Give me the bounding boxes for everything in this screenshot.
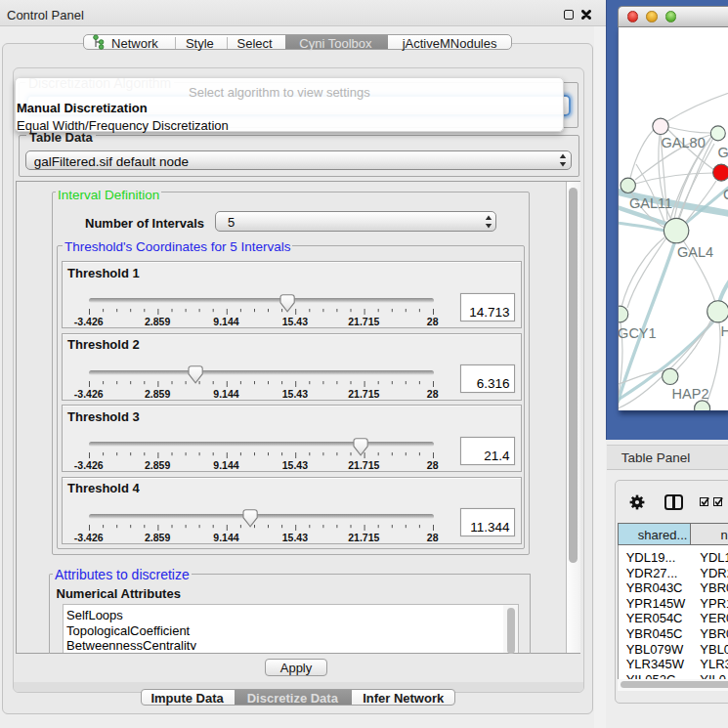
svg-text:GAL4: GAL4 [677, 244, 713, 260]
svg-text:GAL80: GAL80 [661, 135, 705, 150]
svg-text:HAP2: HAP2 [671, 386, 708, 402]
svg-text:GCY1: GCY1 [619, 325, 657, 341]
svg-text:GAL11: GAL11 [629, 195, 672, 211]
svg-text:C: C [723, 187, 728, 202]
svg-text:H: H [720, 323, 728, 339]
svg-text:G.: G. [717, 145, 728, 160]
